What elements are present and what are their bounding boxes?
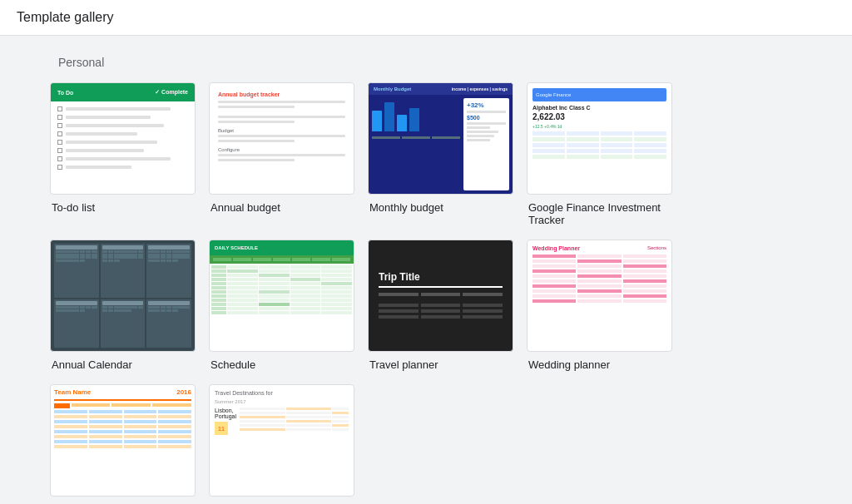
thumb-roster: Team Name 2016 <box>50 384 196 497</box>
main-content: Personal To Do✓ Complete <box>0 36 852 504</box>
page-title: Template gallery <box>17 10 114 24</box>
personal-grid: To Do✓ Complete To-do list <box>50 82 802 504</box>
template-wedding-planner[interactable]: Wedding Planner Sections <box>527 240 672 371</box>
thumb-calendar <box>50 240 196 352</box>
template-pros-cons[interactable]: Travel Destinations for Summer 2017 Lisb… <box>209 384 354 504</box>
thumb-monthly: Monthly Budget income | expenses | savin… <box>368 82 513 195</box>
page-header: Template gallery <box>0 0 852 36</box>
template-todo[interactable]: To Do✓ Complete To-do list <box>50 82 196 226</box>
thumb-gfinance: Google Finance Alphabet Inc Class C 2,62… <box>527 82 672 195</box>
thumb-todo: To Do✓ Complete <box>50 82 196 195</box>
template-schedule-label: Schedule <box>209 358 354 371</box>
template-annual-budget[interactable]: Annual budget tracker Budget Configure A… <box>209 82 354 226</box>
thumb-trip: Trip Title <box>368 240 513 352</box>
template-team-roster[interactable]: Team Name 2016 <box>50 384 196 504</box>
template-travel-planner-label: Travel planner <box>368 358 513 371</box>
template-wedding-planner-label: Wedding planner <box>527 358 672 371</box>
thumb-pros: Travel Destinations for Summer 2017 Lisb… <box>209 384 354 497</box>
thumb-annual-budget: Annual budget tracker Budget Configure <box>209 82 354 195</box>
template-schedule[interactable]: DAILY SCHEDULE <box>209 240 354 371</box>
thumb-wedding: Wedding Planner Sections <box>527 240 672 352</box>
template-annual-budget-label: Annual budget <box>209 201 354 214</box>
template-annual-calendar[interactable]: Annual Calendar <box>50 240 196 371</box>
template-annual-calendar-label: Annual Calendar <box>50 358 196 371</box>
section-personal-title: Personal <box>58 56 802 69</box>
template-gfinance-label: Google Finance Investment Tracker <box>527 201 672 226</box>
template-monthly-budget[interactable]: Monthly Budget income | expenses | savin… <box>368 82 513 226</box>
template-todo-label: To-do list <box>50 201 196 214</box>
thumb-schedule: DAILY SCHEDULE <box>209 240 354 352</box>
template-gfinance[interactable]: Google Finance Alphabet Inc Class C 2,62… <box>527 82 672 226</box>
template-travel-planner[interactable]: Trip Title <box>368 240 513 371</box>
section-personal: Personal To Do✓ Complete <box>50 56 802 504</box>
template-monthly-budget-label: Monthly budget <box>368 201 513 214</box>
